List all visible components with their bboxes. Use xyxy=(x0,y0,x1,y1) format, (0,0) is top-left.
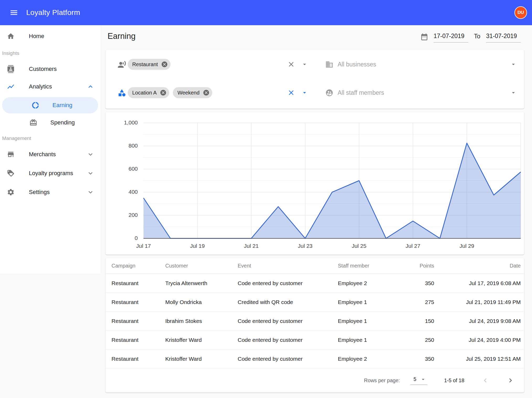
staff-cell: Employee 1 xyxy=(338,318,393,324)
chip-label: Location A xyxy=(132,90,157,96)
staff-select-caret-icon[interactable] xyxy=(510,89,517,96)
campaign-caret-down-icon[interactable] xyxy=(301,61,308,68)
svg-text:600: 600 xyxy=(129,166,138,172)
event-cell: Code entered by customer xyxy=(238,337,338,343)
column-header-date: Date xyxy=(434,263,521,269)
date-cell: Jul 25, 2019 12:51 AM xyxy=(434,356,521,362)
sidebar-item-settings[interactable]: Settings xyxy=(0,184,101,201)
staff-cell: Employee 2 xyxy=(338,280,393,286)
cancel-circle-icon[interactable] xyxy=(160,89,167,96)
clear-campaign-filter-icon[interactable] xyxy=(287,60,295,68)
gear-icon xyxy=(7,188,15,196)
date-cell: Jul 17, 2019 6:08 AM xyxy=(434,280,521,286)
location-caret-down-icon[interactable] xyxy=(301,89,308,96)
cancel-circle-icon[interactable] xyxy=(161,61,168,68)
column-header-staff: Staff member xyxy=(338,263,393,269)
earnings-table-card: Campaign Customer Event Staff member Poi… xyxy=(105,258,524,392)
points-cell: 275 xyxy=(393,299,434,305)
cancel-circle-icon[interactable] xyxy=(203,89,210,96)
earning-area-chart: 02004006008001,000Jul 17Jul 19Jul 21Jul … xyxy=(105,112,524,255)
table-row[interactable]: Restaurant Kristoffer Ward Code entered … xyxy=(105,331,524,349)
home-icon xyxy=(7,32,15,40)
sidebar-item-label: Merchants xyxy=(29,151,56,158)
sidebar-item-merchants[interactable]: Merchants xyxy=(0,146,101,163)
date-from-input[interactable] xyxy=(434,33,468,43)
chevron-down-icon xyxy=(87,188,94,196)
table-pagination: Rows per page: 5 1-5 of 18 xyxy=(105,368,524,392)
screen: Loyalty Platform DU Home Insights Custom… xyxy=(0,0,532,398)
page-title: Earning xyxy=(108,32,136,41)
svg-text:400: 400 xyxy=(129,189,138,195)
customer-cell: Kristoffer Ward xyxy=(165,356,238,362)
event-cell: Code entered by customer xyxy=(238,318,338,324)
table-row[interactable]: Restaurant Kristoffer Ward Code entered … xyxy=(105,349,524,368)
sidebar-item-label: Spending xyxy=(50,119,75,126)
sidebar-item-loyalty-programs[interactable]: Loyalty programs xyxy=(0,165,101,182)
caret-down-icon xyxy=(420,376,426,383)
svg-text:Jul 17: Jul 17 xyxy=(136,243,151,249)
table-row[interactable]: Restaurant Trycia Altenwerth Code entere… xyxy=(105,274,524,293)
chip-restaurant[interactable]: Restaurant xyxy=(128,59,171,70)
column-header-points: Points xyxy=(393,263,434,269)
sidebar-item-analytics[interactable]: Analytics xyxy=(0,78,101,95)
svg-text:200: 200 xyxy=(129,212,138,218)
sidebar-item-label: Home xyxy=(29,33,44,40)
svg-text:Jul 29: Jul 29 xyxy=(460,243,474,249)
campaign-cell: Restaurant xyxy=(111,337,165,343)
building-icon xyxy=(325,60,333,69)
sidebar-item-label: Settings xyxy=(29,189,50,196)
chevron-right-icon xyxy=(506,376,515,385)
calendar-icon[interactable] xyxy=(420,33,428,41)
chevron-down-icon xyxy=(87,150,94,158)
staff-select[interactable]: All staff members xyxy=(325,89,384,97)
rows-per-page-value: 5 xyxy=(413,376,416,382)
gift-icon xyxy=(29,119,37,127)
table-row[interactable]: Restaurant Ibrahim Stokes Code entered b… xyxy=(105,312,524,331)
campaign-cell: Restaurant xyxy=(111,280,165,286)
svg-text:Jul 23: Jul 23 xyxy=(298,243,312,249)
customer-cell: Molly Ondricka xyxy=(165,299,238,305)
staff-cell: Employee 1 xyxy=(338,299,393,305)
menu-icon[interactable] xyxy=(9,8,18,17)
points-cell: 350 xyxy=(393,280,434,286)
table-row[interactable]: Restaurant Molly Ondricka Credited with … xyxy=(105,293,524,312)
chip-location-a[interactable]: Location A xyxy=(128,87,169,98)
date-to-input[interactable] xyxy=(486,33,521,43)
sidebar-item-spending[interactable]: Spending xyxy=(0,114,101,131)
event-cell: Code entered by customer xyxy=(238,356,338,362)
customer-cell: Kristoffer Ward xyxy=(165,337,238,343)
chevron-left-icon xyxy=(481,376,490,385)
svg-text:0: 0 xyxy=(135,235,138,241)
app-bar: Loyalty Platform DU xyxy=(0,0,532,25)
previous-page-button[interactable] xyxy=(481,376,490,385)
chip-weekend[interactable]: Weekend xyxy=(173,87,212,98)
sidebar-section-management: Management xyxy=(2,135,31,141)
chevron-up-icon xyxy=(87,83,94,91)
sidebar-item-label: Earning xyxy=(52,102,72,109)
sidebar-item-customers[interactable]: Customers xyxy=(0,60,101,78)
svg-text:800: 800 xyxy=(129,143,138,149)
chevron-down-icon xyxy=(87,169,94,177)
avatar[interactable]: DU xyxy=(514,6,527,19)
chip-label: Weekend xyxy=(177,90,199,96)
svg-text:Jul 21: Jul 21 xyxy=(244,243,259,249)
clear-location-filter-icon[interactable] xyxy=(287,89,295,97)
date-to-label: To xyxy=(474,33,480,43)
sidebar-section-insights: Insights xyxy=(2,50,19,56)
staff-cell: Employee 2 xyxy=(338,356,393,362)
sidebar-item-earning[interactable]: Earning xyxy=(2,97,98,113)
column-header-event: Event xyxy=(238,263,338,269)
business-select[interactable]: All businesses xyxy=(325,60,376,69)
next-page-button[interactable] xyxy=(506,376,515,385)
customer-cell: Trycia Altenwerth xyxy=(165,280,238,286)
sidebar-item-home[interactable]: Home xyxy=(0,28,101,45)
rows-per-page-label: Rows per page: xyxy=(364,378,400,384)
svg-text:Jul 27: Jul 27 xyxy=(406,243,420,249)
loyalty-tag-icon xyxy=(7,169,15,177)
rows-per-page-select[interactable]: 5 xyxy=(410,376,427,385)
business-select-caret-icon[interactable] xyxy=(510,61,517,68)
chip-label: Restaurant xyxy=(132,61,158,67)
app-title: Loyalty Platform xyxy=(26,8,80,17)
date-cell: Jul 24, 2019 9:08 AM xyxy=(434,318,521,324)
sidebar-item-label: Customers xyxy=(29,66,57,72)
